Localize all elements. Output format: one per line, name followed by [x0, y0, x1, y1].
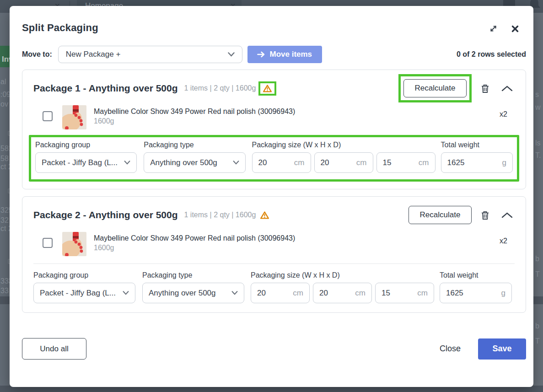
warning-icon-wrap — [260, 211, 269, 219]
width-input[interactable] — [257, 289, 293, 298]
height-input[interactable] — [321, 158, 356, 167]
packaging-type-label: Packaging type — [142, 271, 244, 279]
save-button[interactable]: Save — [478, 338, 526, 360]
arrow-right-icon — [257, 51, 265, 58]
total-weight-unit: g — [502, 158, 506, 167]
chevron-up-icon[interactable] — [501, 86, 513, 91]
expand-icon[interactable] — [489, 24, 498, 33]
depth-input[interactable] — [383, 158, 419, 167]
background-text-fragment: 33 — [0, 287, 9, 295]
warning-highlight-box — [258, 81, 276, 96]
package-title: Package 2 - Anything over 500g — [33, 209, 178, 220]
background-text-fragment: b — [535, 255, 539, 263]
background-text-fragment: T — [535, 270, 540, 279]
close-button[interactable]: Close — [440, 344, 461, 354]
depth-field: cm — [376, 152, 435, 173]
modal-header: Split Packaging — [22, 6, 526, 34]
background-text-fragment: T. — [535, 151, 541, 160]
background-text-fragment: T — [535, 337, 540, 345]
trash-icon[interactable] — [481, 84, 489, 93]
packaging-type-label: Packaging type — [144, 141, 245, 149]
background-text-fragment: 32 — [0, 216, 9, 225]
width-unit: cm — [294, 158, 305, 167]
height-unit: cm — [355, 289, 366, 298]
recalculate-button[interactable]: Recalculate — [403, 79, 467, 97]
package-meta: 1 items | 2 qty | 1600g — [184, 211, 256, 219]
package-card-2: Package 2 - Anything over 500g 1 items |… — [22, 196, 526, 313]
product-name: Maybelline Color Show 349 Power Red nail… — [94, 107, 295, 116]
height-field: cm — [313, 283, 372, 303]
chevron-up-icon[interactable] — [501, 212, 513, 218]
modal-footer: Undo all Close Save — [22, 338, 526, 360]
package-item-row: Maybelline Color Show 349 Power Red nail… — [22, 105, 526, 129]
item-checkbox[interactable] — [43, 238, 53, 248]
depth-input[interactable] — [382, 289, 417, 298]
move-to-row: Move to: New Package + Move items 0 of 2… — [22, 46, 526, 63]
depth-unit: cm — [419, 158, 429, 167]
height-unit: cm — [356, 158, 367, 167]
product-weight: 1600g — [94, 244, 295, 252]
product-qty: x2 — [500, 105, 507, 129]
product-name: Maybelline Color Show 349 Power Red nail… — [94, 234, 295, 242]
product-image — [62, 232, 86, 256]
total-weight-unit: g — [501, 289, 505, 298]
background-text-fragment: :09 — [0, 91, 11, 99]
recalculate-button[interactable]: Recalculate — [409, 206, 472, 224]
total-weight-label: Total weight — [441, 141, 513, 149]
product-qty: x2 — [500, 232, 507, 256]
depth-field: cm — [375, 283, 434, 303]
move-to-select[interactable]: New Package + — [58, 46, 242, 63]
undo-all-button[interactable]: Undo all — [22, 338, 86, 360]
packaging-group-label: Packaging group — [33, 271, 135, 279]
width-field: cm — [251, 283, 310, 303]
background-text-fragment: s — [535, 91, 539, 99]
chevron-down-icon — [231, 291, 238, 295]
packaging-form: Packaging group Packet - Jiffy Bag (L...… — [33, 263, 515, 303]
trash-icon[interactable] — [481, 210, 489, 220]
warning-icon — [263, 85, 272, 92]
item-checkbox[interactable] — [43, 111, 53, 121]
total-weight-input[interactable] — [446, 289, 501, 298]
packaging-size-label: Packaging size (W x H x D) — [251, 271, 434, 279]
packaging-type-select[interactable]: Anything over 500g — [142, 283, 244, 303]
packaging-group-select[interactable]: Packet - Jiffy Bag (L... — [35, 152, 137, 173]
chevron-down-icon — [228, 52, 235, 57]
packaging-form-highlight-box: Packaging group Packet - Jiffy Bag (L...… — [29, 135, 519, 182]
total-weight-label: Total weight — [440, 271, 512, 279]
rows-selected-status: 0 of 2 rows selected — [457, 50, 526, 59]
packaging-group-select[interactable]: Packet - Jiffy Bag (L... — [33, 283, 135, 303]
package-card-1: Package 1 - Anything over 500g 1 items |… — [22, 70, 526, 189]
background-text-fragment: b — [535, 322, 539, 330]
height-field: cm — [314, 152, 373, 173]
move-to-selected-value: New Package + — [66, 50, 121, 59]
packaging-group-value: Packet - Jiffy Bag (L... — [42, 158, 118, 167]
chevron-down-icon — [123, 291, 129, 295]
move-to-label: Move to: — [22, 50, 52, 59]
warning-icon — [260, 211, 269, 219]
total-weight-field: g — [440, 283, 512, 303]
close-icon[interactable] — [511, 25, 519, 32]
split-packaging-modal: Split Packaging Move to: New Package + M… — [10, 6, 533, 387]
background-text-fragment: 58 — [0, 155, 9, 163]
chevron-down-icon — [233, 161, 239, 165]
packaging-type-value: Anything over 500g — [149, 289, 216, 298]
package-meta: 1 items | 2 qty | 1600g — [184, 84, 256, 92]
packaging-group-label: Packaging group — [35, 141, 137, 149]
package-item-row: Maybelline Color Show 349 Power Red nail… — [22, 232, 526, 256]
chevron-down-icon — [124, 161, 130, 165]
width-input[interactable] — [258, 158, 294, 167]
width-unit: cm — [293, 289, 303, 298]
packaging-type-value: Anything over 500g — [150, 158, 217, 167]
recalculate-highlight-box: Recalculate — [398, 74, 472, 102]
total-weight-input[interactable] — [447, 158, 502, 167]
product-image — [62, 105, 86, 129]
move-items-button[interactable]: Move items — [247, 46, 322, 63]
background-text-fragment: w — [535, 103, 541, 112]
move-items-label: Move items — [269, 50, 312, 59]
depth-unit: cm — [417, 289, 428, 298]
packaging-size-label: Packaging size (W x H x D) — [252, 141, 435, 149]
packaging-group-value: Packet - Jiffy Bag (L... — [40, 289, 116, 298]
height-input[interactable] — [319, 289, 355, 298]
total-weight-field: g — [441, 152, 513, 173]
packaging-type-select[interactable]: Anything over 500g — [144, 152, 245, 173]
